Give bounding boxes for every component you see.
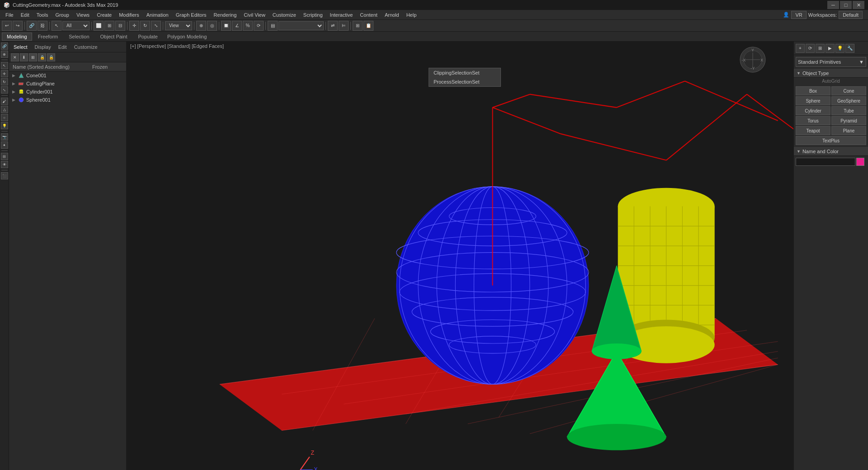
menu-scripting[interactable]: Scripting [300,11,326,19]
named-sel-dropdown[interactable] [278,21,324,30]
layer-mgr-btn[interactable]: ⊞ [353,21,363,31]
teapot-button[interactable]: Teapot [796,126,830,135]
rotate-vert-btn[interactable]: ↻ [1,78,8,85]
utilities-tab-btn[interactable]: 🔧 [845,44,854,53]
scene-tab-display[interactable]: Display [32,43,54,51]
vr-button[interactable]: VR [791,11,806,19]
menu-graph-editors[interactable]: Graph Editors [172,11,210,19]
plane-button[interactable]: Plane [831,126,866,135]
crossing-select-button[interactable]: ⊟ [115,21,125,31]
scale-button[interactable]: ⤡ [151,21,161,31]
cone-button[interactable]: Cone [831,86,866,95]
viewport[interactable]: [+] [Perspective] [Standard] [Edged Face… [127,42,793,470]
undo-button[interactable]: ↩ [2,21,12,31]
create-tab-btn[interactable]: + [796,44,805,53]
menu-edit[interactable]: Edit [17,11,33,19]
minimize-button[interactable]: ─ [827,1,839,9]
filter-option1-btn[interactable]: ⊞ [29,53,37,61]
display-tab-btn[interactable]: 💡 [835,44,844,53]
container-vert-btn[interactable]: ⬛ [1,172,8,179]
scene-exp-btn[interactable]: 📋 [363,21,373,31]
menu-animation[interactable]: Animation [143,11,172,19]
rect-select-button[interactable]: ⬜ [94,21,104,31]
select-vert-btn[interactable]: ↖ [1,62,8,69]
angle-snap-btn[interactable]: ∠ [232,21,242,31]
tube-button[interactable]: Tube [831,106,866,115]
menu-rendering[interactable]: Rendering [210,11,241,19]
menu-group[interactable]: Group [52,11,73,19]
bind-vert-btn[interactable]: ⊕ [1,51,8,58]
menu-modifiers[interactable]: Modifiers [115,11,143,19]
align-btn[interactable]: ⊨ [339,21,349,31]
link-vert-btn[interactable]: 🔗 [1,42,8,50]
select-button[interactable]: ↖ [52,21,61,31]
menu-interactive[interactable]: Interactive [326,11,357,19]
filter-option3-btn[interactable]: 🔒 [47,53,55,61]
camera-vert-btn[interactable]: 📷 [1,133,8,141]
clipping-selection-set-item[interactable]: ClippingSelectionSet [429,68,500,77]
named-selections-btn[interactable]: ▤ [268,21,278,31]
filter-vert-btn[interactable]: ⊟ [1,153,8,160]
paint-vert-btn[interactable]: 🖌 [1,98,8,105]
torus-button[interactable]: Torus [796,116,830,125]
reference-coord-dropdown[interactable]: View [165,21,192,30]
menu-content[interactable]: Content [356,11,381,19]
modify-tab-btn[interactable]: ⟳ [806,44,815,53]
menu-views[interactable]: Views [73,11,93,19]
snap-toggle-btn[interactable]: 🔲 [221,21,231,31]
shape-vert-btn[interactable]: ○ [1,114,8,121]
select-link-button[interactable]: 🔗 [27,21,37,31]
spinner-snap-btn[interactable]: ⟳ [254,21,264,31]
list-item[interactable]: ▶ Sphere001 [9,96,126,104]
rotate-button[interactable]: ↻ [140,21,150,31]
menu-file[interactable]: File [2,11,17,19]
scene-tab-select[interactable]: Select [11,43,30,51]
filter-close-btn[interactable]: ✕ [11,53,19,61]
light-vert-btn[interactable]: 💡 [1,122,8,129]
scale-vert-btn[interactable]: ⤡ [1,86,8,94]
menu-customize[interactable]: Customize [269,11,300,19]
tab-object-paint[interactable]: Object Paint [95,33,132,41]
cylinder-button[interactable]: Cylinder [796,106,830,115]
scene-tab-customize[interactable]: Customize [71,43,100,51]
window-select-button[interactable]: ⊞ [104,21,114,31]
process-selection-set-item[interactable]: ProcessSelectionSet [429,77,500,86]
filter-dropdown[interactable]: All [62,21,90,30]
object-type-header[interactable]: ▼ Object Type [794,69,868,78]
menu-tools[interactable]: Tools [33,11,52,19]
menu-create[interactable]: Create [93,11,115,19]
filter-sort-btn[interactable]: ⬇ [20,53,28,61]
pivot-btn[interactable]: ⊕ [196,21,206,31]
list-item[interactable]: ▶ Cone001 [9,71,126,80]
box-button[interactable]: Box [796,86,830,95]
standard-primitives-dropdown[interactable]: Standard Primitives ▼ [796,57,866,67]
geometry-vert-btn[interactable]: △ [1,106,8,113]
maximize-button[interactable]: □ [840,1,852,9]
list-item[interactable]: ▶ CuttingPlane [9,80,126,88]
tab-selection[interactable]: Selection [64,33,94,41]
hierarchy-tab-btn[interactable]: ⊞ [816,44,825,53]
name-input[interactable] [796,158,855,166]
list-item[interactable]: ▶ Cylinder001 [9,88,126,96]
pyramid-button[interactable]: Pyramid [831,116,866,125]
sphere-button[interactable]: Sphere [796,96,830,105]
move-vert-btn[interactable]: ✛ [1,70,8,77]
percent-snap-btn[interactable]: % [243,21,253,31]
unlink-button[interactable]: ⛓ [38,21,47,31]
hide-vert-btn[interactable]: 👁 [1,161,8,168]
name-color-header[interactable]: ▼ Name and Color [794,147,868,156]
affect-pivot-btn[interactable]: ◎ [207,21,217,31]
motion-tab-btn[interactable]: ▶ [826,44,835,53]
select-move-button[interactable]: ✛ [129,21,139,31]
menu-civil-view[interactable]: Civil View [240,11,269,19]
menu-arnold[interactable]: Arnold [381,11,403,19]
geosphere-button[interactable]: GeoSphere [831,96,866,105]
scene-tab-edit[interactable]: Edit [56,43,70,51]
textplus-button[interactable]: TextPlus [796,136,866,145]
tab-freeform[interactable]: Freeform [33,33,63,41]
mirror-btn[interactable]: ⇌ [328,21,338,31]
redo-button[interactable]: ↪ [13,21,23,31]
filter-option2-btn[interactable]: 🔒 [38,53,46,61]
workspace-name-button[interactable]: Default [839,11,863,19]
color-swatch[interactable] [856,158,864,166]
